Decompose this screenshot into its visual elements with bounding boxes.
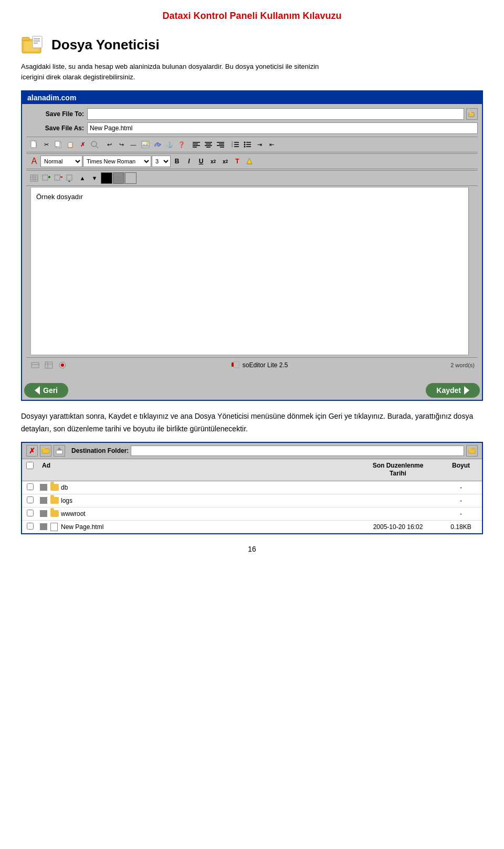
paste-button[interactable]: 📋 <box>65 139 76 150</box>
table-row-add-button[interactable] <box>40 172 52 184</box>
fm-row-filename: New Page.html <box>61 523 103 531</box>
save-arrow-icon <box>464 386 469 395</box>
move-down-button[interactable]: ▼ <box>89 172 100 184</box>
svg-rect-3 <box>33 36 42 48</box>
size-select[interactable]: 1234567 <box>152 156 171 167</box>
fm-row-checkbox <box>22 509 38 519</box>
fm-dest-browse-button[interactable] <box>466 445 478 457</box>
align-left-button[interactable] <box>191 139 202 150</box>
anchor-button[interactable]: ⚓ <box>164 139 175 150</box>
redo-button[interactable]: ↪ <box>116 139 127 150</box>
new-doc-button[interactable] <box>28 139 40 150</box>
image-button[interactable] <box>140 139 151 150</box>
undo-button[interactable]: ↩ <box>103 139 115 150</box>
list-ul-button[interactable] <box>242 139 253 150</box>
fm-row-checkbox <box>22 482 38 493</box>
fm-row-check[interactable] <box>27 523 34 530</box>
table-row: New Page.html 2005-10-20 16:02 0.18KB <box>22 521 482 533</box>
color-block2[interactable] <box>113 172 124 184</box>
hr-button[interactable]: — <box>128 139 139 150</box>
editor-area-wrapper: Örnek dosyadır <box>28 187 476 355</box>
move-up-button[interactable]: ▲ <box>77 172 88 184</box>
nav-buttons: Geri Kaydet <box>22 381 482 400</box>
html-file-icon <box>50 523 58 531</box>
file-type-icon <box>40 497 47 504</box>
fm-row-date <box>356 500 440 502</box>
table-col-add-button[interactable] <box>65 172 76 184</box>
svg-rect-1 <box>22 37 29 40</box>
fm-row-name: New Page.html <box>38 522 356 532</box>
fm-row-filename: db <box>61 484 68 491</box>
superscript-button[interactable]: x2 <box>207 156 219 167</box>
editor-textarea[interactable]: Örnek dosyadır <box>30 187 474 355</box>
italic-button[interactable]: I <box>183 156 195 167</box>
editor-scrollbar[interactable] <box>468 187 476 355</box>
editor-content: Örnek dosyadır <box>36 193 83 201</box>
fm-folder-button[interactable] <box>40 445 51 457</box>
editor-footer-center: soEditor Lite 2.5 <box>74 361 445 369</box>
text-color-button[interactable]: T <box>232 156 243 167</box>
svg-rect-6 <box>34 43 38 44</box>
folder-manager-icon <box>21 32 46 57</box>
back-arrow-icon <box>35 386 40 395</box>
save-file-as-row: Save File As: <box>26 122 478 134</box>
footer-icon1[interactable] <box>29 359 41 371</box>
copy-button[interactable] <box>52 139 64 150</box>
align-right-button[interactable] <box>215 139 226 150</box>
fm-row-filename: logs <box>61 497 72 504</box>
save-file-as-input[interactable] <box>87 122 478 134</box>
list-ol-button[interactable]: 123 <box>229 139 241 150</box>
fm-delete-button[interactable]: ✗ <box>26 445 38 457</box>
svg-point-35 <box>244 142 246 143</box>
style-select[interactable]: Normal Heading 1 Heading 2 <box>40 156 82 167</box>
fm-upload-button[interactable] <box>54 445 65 457</box>
fm-select-all[interactable] <box>26 462 34 469</box>
indent-button[interactable]: ⇥ <box>254 139 265 150</box>
svg-rect-4 <box>34 38 40 39</box>
save-file-to-browse-button[interactable] <box>466 108 478 120</box>
editor-inner: Save File To: Save File As: ✂ 📋 ✗ <box>22 104 482 377</box>
color-block3[interactable] <box>125 172 136 184</box>
footer-icon3[interactable] <box>57 359 68 371</box>
highlight-button[interactable] <box>244 156 255 167</box>
fm-dest-input[interactable] <box>131 446 464 456</box>
underline-button[interactable]: U <box>195 156 207 167</box>
color-block1[interactable] <box>101 172 112 184</box>
spellcheck-icon: A <box>28 156 40 167</box>
help-button[interactable]: ❓ <box>176 139 187 150</box>
fm-row-date <box>356 486 440 489</box>
editor-domain-header: alanadim.com <box>22 91 482 104</box>
fm-row-check[interactable] <box>27 496 34 503</box>
fm-col-date: Son Duzenlenme Tarihi <box>356 461 440 479</box>
cut-button[interactable]: ✂ <box>40 139 52 150</box>
fm-row-size: 0.18KB <box>440 522 482 532</box>
table-row-delete-button[interactable] <box>52 172 64 184</box>
fm-col-name: Ad <box>38 461 356 479</box>
bold-button[interactable]: B <box>171 156 183 167</box>
outdent-button[interactable]: ⇤ <box>266 139 277 150</box>
delete-button[interactable]: ✗ <box>77 139 88 150</box>
fm-row-name: db <box>38 483 356 492</box>
link-button[interactable] <box>152 139 163 150</box>
subscript-button[interactable]: x2 <box>219 156 231 167</box>
svg-point-62 <box>61 364 64 367</box>
svg-rect-5 <box>34 40 40 42</box>
fm-row-check[interactable] <box>27 483 34 490</box>
align-center-button[interactable] <box>203 139 214 150</box>
svg-rect-70 <box>469 448 471 450</box>
back-button[interactable]: Geri <box>24 383 68 398</box>
font-select[interactable]: Times New Roman Arial Verdana <box>83 156 151 167</box>
save-button[interactable]: Kaydet <box>426 383 480 398</box>
svg-text:3: 3 <box>232 145 233 148</box>
file-manager-container: ✗ Destination Folder: Ad Son Duzenlenme … <box>21 442 483 534</box>
toolbar-row-1: ✂ 📋 ✗ ↩ ↪ — ⚓ ❓ <box>26 137 478 152</box>
table-button[interactable] <box>28 172 40 184</box>
save-file-as-label: Save File As: <box>26 125 84 132</box>
fm-row-check[interactable] <box>27 510 34 516</box>
fm-toolbar: ✗ Destination Folder: <box>22 443 482 459</box>
fm-row-checkbox <box>22 495 38 506</box>
editor-footer: soEditor Lite 2.5 2 word(s) <box>26 357 478 372</box>
find-button[interactable] <box>89 139 100 150</box>
footer-icon2[interactable] <box>43 359 55 371</box>
save-file-to-input[interactable] <box>87 108 464 120</box>
